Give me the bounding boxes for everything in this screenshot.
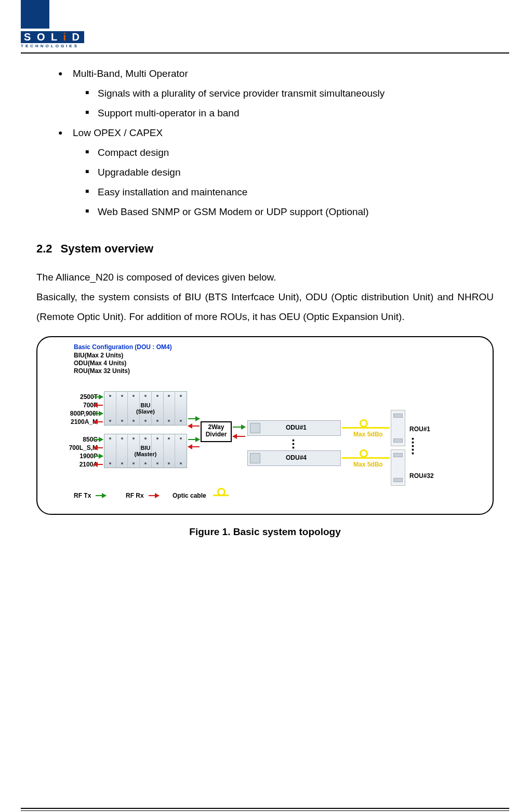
- dots-icon: ▪▪▪▪▪: [412, 437, 414, 455]
- optic-circle-icon: [360, 449, 368, 458]
- sub-bullet-text: Compact design: [98, 147, 169, 158]
- logo: S O L i D TECHNOLOGIES: [21, 0, 509, 48]
- sub-bullet-text: Upgradable design: [98, 167, 181, 178]
- paragraph: The Alliance_N20 is composed of devices …: [36, 268, 494, 287]
- arrow-rf-rx-icon: [94, 421, 103, 422]
- rou-1-label: ROU#1: [409, 425, 430, 433]
- arrow-rf-rx-icon: [149, 495, 159, 496]
- header-block: [21, 0, 49, 29]
- sub-bullet: Support multi-operator in a band: [73, 103, 494, 123]
- diagram-header: BIU(Max 2 Units): [74, 352, 123, 359]
- bullet-text: Low OPEX / CAPEX: [73, 127, 163, 138]
- optic-cable-icon: [342, 427, 390, 429]
- max-5dbo-label: Max 5dBo: [353, 461, 383, 468]
- biu-slave-label: BIU (Slave): [136, 402, 155, 415]
- sub-bullet: Upgradable design: [73, 163, 494, 182]
- biu-slave-box: BIU (Slave): [104, 391, 187, 425]
- bullet-list: Multi-Band, Multi Operator Signals with …: [36, 64, 494, 222]
- sub-bullet: Compact design: [73, 143, 494, 163]
- paragraph: Basically, the system consists of BIU (B…: [36, 287, 494, 327]
- biu-master-box: BIU (Master): [104, 434, 187, 468]
- arrow-rf-tx-icon: [94, 456, 103, 457]
- logo-text: S O L i D: [21, 31, 84, 43]
- arrow-rf-tx-icon: [233, 427, 245, 428]
- arrow-rf-tx-icon: [188, 439, 200, 440]
- footer-rule: [21, 810, 509, 811]
- arrow-rf-tx-icon: [94, 396, 103, 397]
- header-rule: [21, 52, 509, 54]
- biu-master-label: BIU (Master): [135, 445, 157, 457]
- section-heading: 2.2System overview: [36, 237, 494, 260]
- bullet-text: Multi-Band, Multi Operator: [73, 68, 188, 79]
- logo-sub: TECHNOLOGIES: [21, 44, 84, 48]
- bullet-item: Low OPEX / CAPEX Compact design Upgradab…: [36, 123, 494, 222]
- arrow-rf-rx-icon: [188, 425, 200, 427]
- sub-bullet-text: Signals with a plurality of service prov…: [98, 88, 385, 99]
- arrow-rf-rx-icon: [233, 436, 245, 437]
- two-way-divider: 2Way Divider: [201, 421, 232, 442]
- diagram-header: Basic Configuration (DOU : OM4): [74, 343, 172, 351]
- rou-32-box: [391, 449, 405, 486]
- sub-bullet: Signals with a plurality of service prov…: [73, 84, 494, 103]
- arrow-rf-rx-icon: [94, 447, 103, 448]
- figure-caption: Figure 1. Basic system topology: [36, 526, 494, 538]
- sub-bullet: Web Based SNMP or GSM Modem or UDP suppo…: [73, 202, 494, 222]
- sub-bullet-text: Web Based SNMP or GSM Modem or UDP suppo…: [98, 206, 369, 217]
- diagram-header: ODU(Max 4 Units): [74, 360, 126, 367]
- max-5dbo-label: Max 5dBo: [353, 431, 383, 438]
- system-topology-diagram: Basic Configuration (DOU : OM4) BIU(Max …: [36, 336, 494, 515]
- arrow-rf-tx-icon: [94, 439, 103, 440]
- rou-1-box: [391, 410, 405, 446]
- odu-1-label: ODU#1: [286, 424, 307, 431]
- arrow-rf-rx-icon: [94, 464, 103, 465]
- section-number: 2.2: [36, 237, 52, 260]
- optic-circle-icon: [360, 419, 368, 428]
- arrow-rf-tx-icon: [188, 418, 200, 419]
- arrow-rf-rx-icon: [94, 405, 103, 406]
- optic-cable-icon: [342, 457, 390, 459]
- bullet-item: Multi-Band, Multi Operator Signals with …: [36, 64, 494, 123]
- dots-icon: ▪▪▪: [292, 438, 295, 449]
- footer-rule: [21, 808, 509, 809]
- legend-rf-tx: RF Tx: [74, 492, 91, 499]
- sub-bullet-text: Easy installation and maintenance: [98, 187, 247, 197]
- diagram-header: ROU(Max 32 Units): [74, 367, 130, 375]
- odu-4-label: ODU#4: [286, 454, 307, 461]
- optic-circle-icon: [217, 488, 226, 496]
- legend-optic: Optic cable: [173, 492, 206, 499]
- section-title: System overview: [61, 242, 154, 255]
- sub-bullet-text: Support multi-operator in a band: [98, 108, 240, 118]
- sub-bullet: Easy installation and maintenance: [73, 182, 494, 202]
- legend-rf-rx: RF Rx: [126, 492, 144, 499]
- rou-32-label: ROU#32: [409, 472, 434, 480]
- arrow-rf-tx-icon: [96, 495, 106, 496]
- arrow-rf-tx-icon: [94, 413, 103, 414]
- arrow-rf-rx-icon: [188, 446, 200, 447]
